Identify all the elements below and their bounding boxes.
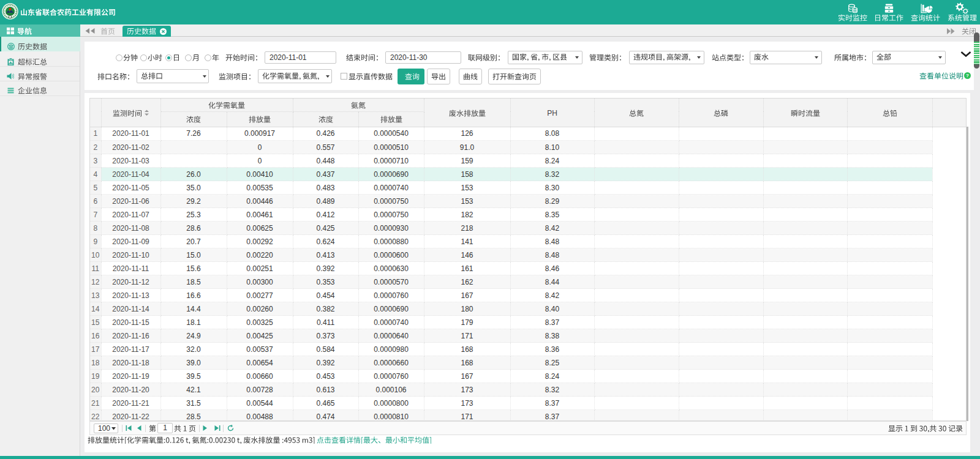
svg-text:?: ? xyxy=(966,73,969,78)
